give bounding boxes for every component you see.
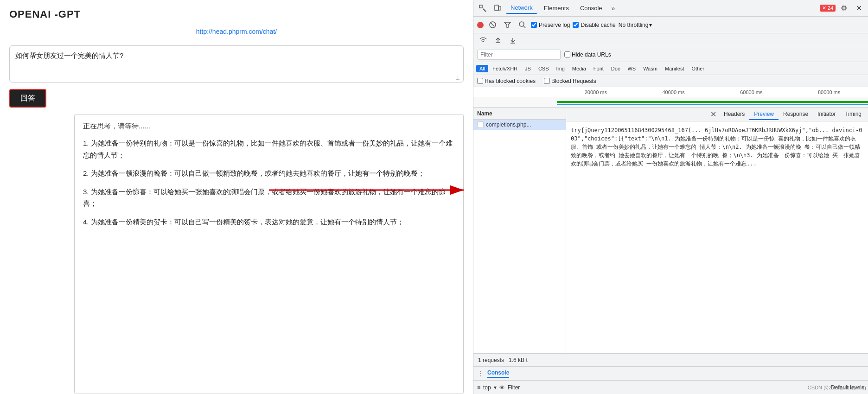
record-button[interactable] <box>477 22 484 28</box>
details-pane: ✕ Headers Preview Response Initiator Tim… <box>566 108 868 353</box>
filter-label-bottom: Filter <box>508 384 520 391</box>
transfer-size: 1.6 kB t <box>509 357 528 363</box>
top-label: top <box>483 384 491 391</box>
timeline-label-4: 80000 ms <box>790 89 868 95</box>
svg-rect-4 <box>495 5 498 11</box>
disable-cache-checkbox[interactable] <box>573 22 579 28</box>
details-close-button[interactable]: ✕ <box>708 110 719 119</box>
response-line-1: 1. 为她准备一份特别的礼物：可以是一份惊喜的礼物，比如一件她喜欢的衣服、首饰或… <box>83 137 455 161</box>
type-filter-media[interactable]: Media <box>569 65 589 72</box>
type-filter-fetch/xhr[interactable]: Fetch/XHR <box>489 65 521 72</box>
svg-line-7 <box>491 23 494 26</box>
console-row: ⋮ Console <box>473 366 868 380</box>
question-text: 如何帮女朋友过一个完美的情人节? <box>15 51 123 59</box>
timeline-label-1: 20000 ms <box>557 89 635 95</box>
devtools-panel: Network Elements Console » ✕ 24 ⚙ ✕ Pres… <box>473 0 868 394</box>
type-filter-css[interactable]: CSS <box>535 65 552 72</box>
type-filter-doc[interactable]: Doc <box>608 65 624 72</box>
cookie-filter-row: Has blocked cookies Blocked Requests <box>473 75 868 87</box>
svg-line-10 <box>523 26 525 28</box>
blocked-requests-checkbox[interactable] <box>544 78 550 84</box>
hide-data-urls-label[interactable]: Hide data URLs <box>564 51 611 58</box>
type-filter-ws[interactable]: WS <box>624 65 639 72</box>
tab-console[interactable]: Console <box>575 3 607 13</box>
wifi-icon[interactable] <box>477 34 489 46</box>
close-devtools-button[interactable]: ✕ <box>852 2 865 15</box>
filter-row: Hide data URLs <box>473 47 868 62</box>
tab-network[interactable]: Network <box>506 2 537 14</box>
has-blocked-cookies-checkbox[interactable] <box>477 78 483 84</box>
filter-button[interactable] <box>501 19 513 31</box>
bottom-console-icon: ≡ <box>477 384 480 391</box>
more-tabs-button[interactable]: » <box>609 3 618 14</box>
eye-icon: 👁 <box>499 384 505 391</box>
network-main: Name completions.php... ✕ Headers Previe… <box>473 108 868 353</box>
chevron-down-icon: ▾ <box>649 22 652 28</box>
console-tab[interactable]: Console <box>487 369 509 378</box>
throttling-dropdown[interactable]: No throttling ▾ <box>619 22 652 28</box>
blocked-requests-label[interactable]: Blocked Requests <box>544 78 596 84</box>
timeline-label-2: 40000 ms <box>635 89 713 95</box>
chevron-down-icon-bottom: ▾ <box>494 384 497 391</box>
site-title: OPENAI -GPT <box>0 0 473 24</box>
type-filter-other[interactable]: Other <box>688 65 708 72</box>
svg-marker-8 <box>504 22 511 27</box>
devtools-topbar: Network Elements Console » ✕ 24 ⚙ ✕ <box>473 0 868 17</box>
timeline-labels: 20000 ms 40000 ms 60000 ms 80000 ms <box>473 87 868 97</box>
tab-initiator[interactable]: Initiator <box>813 109 840 120</box>
response-line-3: 3. 为她准备一份惊喜：可以给她买一张她喜欢的演唱会门票，或者给她买一份她喜欢的… <box>83 186 455 210</box>
device-toolbar-button[interactable] <box>491 2 504 15</box>
settings-button[interactable]: ⚙ <box>837 2 850 15</box>
type-filter-font[interactable]: Font <box>590 65 607 72</box>
timeline-blue-bar <box>557 104 868 105</box>
tab-response[interactable]: Response <box>779 109 813 120</box>
timeline-area: 20000 ms 40000 ms 60000 ms 80000 ms <box>473 87 868 108</box>
tab-timing[interactable]: Timing <box>840 109 866 120</box>
tab-preview[interactable]: Preview <box>749 109 779 120</box>
error-badge: ✕ 24 <box>820 5 836 12</box>
type-filter-all[interactable]: All <box>476 65 488 72</box>
network-toolbar: Preserve log Disable cache No throttling… <box>473 17 868 33</box>
svg-rect-2 <box>479 5 482 8</box>
requests-count: 1 requests <box>478 357 504 363</box>
clear-button[interactable] <box>486 19 498 31</box>
site-url[interactable]: http://head.phprm.com/chat/ <box>0 24 473 41</box>
hide-data-urls-checkbox[interactable] <box>564 51 570 57</box>
type-filter-row: AllFetch/XHRJSCSSImgMediaFontDocWSWasmMa… <box>473 62 868 75</box>
response-line-4: 4. 为她准备一份精美的贺卡：可以自己写一份精美的贺卡，表达对她的爱意，让她有一… <box>83 216 455 228</box>
type-filter-wasm[interactable]: Wasm <box>640 65 661 72</box>
type-filter-manifest[interactable]: Manifest <box>662 65 688 72</box>
preserve-log-label[interactable]: Preserve log <box>531 22 570 28</box>
thinking-text: 正在思考，请等待...... <box>83 122 455 131</box>
type-filter-img[interactable]: Img <box>553 65 568 72</box>
search-button[interactable] <box>516 19 528 31</box>
type-filter-js[interactable]: JS <box>522 65 534 72</box>
request-item-name: completions.php... <box>486 121 531 128</box>
disable-cache-label[interactable]: Disable cache <box>573 22 615 28</box>
network-statusbar: 1 requests 1.6 kB t <box>473 353 868 366</box>
timeline-green-bar <box>557 101 868 103</box>
submit-button[interactable]: 回答 <box>9 89 46 108</box>
svg-line-3 <box>483 9 486 12</box>
timeline-bar <box>473 97 868 108</box>
svg-point-9 <box>519 22 524 26</box>
requests-header: Name <box>473 108 566 120</box>
requests-pane: Name completions.php... <box>473 108 566 353</box>
tab-elements[interactable]: Elements <box>539 3 574 13</box>
download-icon[interactable] <box>507 34 519 46</box>
preview-content: try{jQuery11200651168430029546​8_167(...… <box>566 121 868 353</box>
question-textarea[interactable]: 如何帮女朋友过一个完美的情人节? ⟘ <box>9 45 464 83</box>
timeline-label-3: 60000 ms <box>713 89 791 95</box>
inspect-element-button[interactable] <box>476 2 489 15</box>
preserve-log-checkbox[interactable] <box>531 22 537 28</box>
response-container: 正在思考，请等待...... 1. 为她准备一份特别的礼物：可以是一份惊喜的礼物… <box>74 114 464 394</box>
watermark: CSDN @zhengshuiguang <box>808 385 866 390</box>
upload-icon[interactable] <box>492 34 504 46</box>
console-drag-handle: ⋮ <box>478 370 484 377</box>
request-item[interactable]: completions.php... <box>473 120 566 130</box>
filter-input[interactable] <box>477 50 561 60</box>
tab-headers[interactable]: Headers <box>719 109 749 120</box>
request-item-icon <box>477 121 484 128</box>
resize-handle[interactable]: ⟘ <box>456 75 462 81</box>
has-blocked-cookies-label[interactable]: Has blocked cookies <box>477 78 536 84</box>
